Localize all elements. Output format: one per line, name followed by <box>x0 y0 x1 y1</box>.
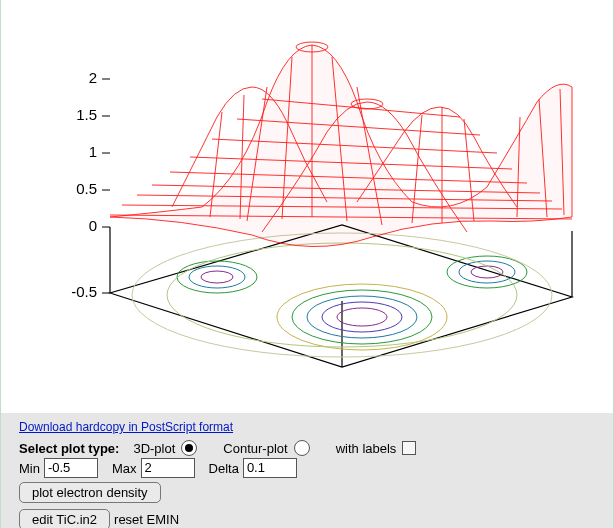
option-contour-label: Contur-plot <box>223 441 287 456</box>
svg-point-17 <box>201 271 233 283</box>
max-label: Max <box>112 461 137 476</box>
z-tick-1: 1 <box>89 143 97 160</box>
z-tick-0_5: 0.5 <box>76 180 97 197</box>
min-input[interactable]: -0.5 <box>44 458 98 478</box>
svg-point-19 <box>459 261 515 283</box>
edit-tic-in2-button[interactable]: edit TiC.in2 <box>19 509 110 528</box>
reset-emin-label: reset EMIN <box>114 512 179 527</box>
radio-3d-plot[interactable] <box>181 440 197 456</box>
radio-contour-plot[interactable] <box>294 440 310 456</box>
z-tick-2: 2 <box>89 69 97 86</box>
option-3d-label: 3D-plot <box>133 441 175 456</box>
select-plot-type-label: Select plot type: <box>19 441 119 456</box>
min-label: Min <box>19 461 40 476</box>
plot-3d-surface: 2 1.5 1 0.5 0 -0.5 <box>1 0 613 413</box>
z-tick-m0_5: -0.5 <box>71 283 97 300</box>
svg-point-11 <box>292 290 432 344</box>
plot-electron-density-button[interactable]: plot electron density <box>19 482 161 503</box>
svg-point-14 <box>337 308 387 326</box>
z-tick-0: 0 <box>89 217 97 234</box>
svg-marker-6 <box>110 225 572 367</box>
surface-plot-svg: 2 1.5 1 0.5 0 -0.5 <box>12 7 602 407</box>
checkbox-with-labels[interactable] <box>402 441 416 455</box>
svg-point-16 <box>189 266 245 288</box>
download-postscript-link[interactable]: Download hardcopy in PostScript format <box>19 420 233 434</box>
control-panel: Download hardcopy in PostScript format S… <box>1 413 613 528</box>
z-tick-1_5: 1.5 <box>76 106 97 123</box>
with-labels-label: with labels <box>336 441 397 456</box>
svg-point-10 <box>277 284 447 350</box>
delta-label: Delta <box>209 461 239 476</box>
max-input[interactable]: 2 <box>141 458 195 478</box>
delta-input[interactable]: 0.1 <box>243 458 297 478</box>
svg-point-13 <box>322 302 402 332</box>
